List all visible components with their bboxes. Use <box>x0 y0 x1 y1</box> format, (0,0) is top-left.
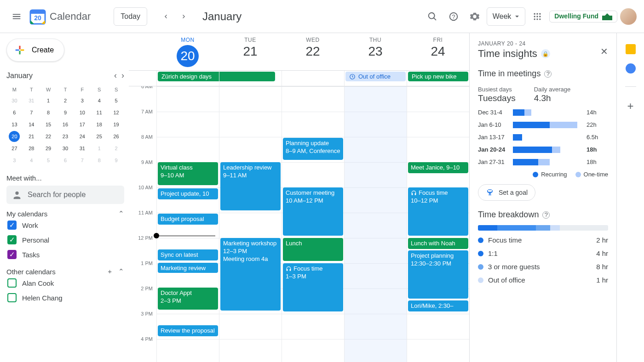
day-col-fri[interactable]: Meet Janice, 9–10 Focus time10–12 PM Lun… <box>407 86 469 362</box>
mini-next-icon[interactable]: › <box>121 71 124 80</box>
event[interactable]: Focus time10–12 PM <box>408 187 468 236</box>
mini-day[interactable]: 2 <box>108 143 124 154</box>
event[interactable]: Virtual class9–10 AM <box>158 162 218 185</box>
tasks-icon[interactable] <box>626 63 636 74</box>
mini-day[interactable]: 7 <box>74 155 90 166</box>
event[interactable]: Doctor Appt2–3 PM <box>158 288 218 310</box>
day-col-tue[interactable]: Leadership review9–11 AM Marketing works… <box>219 86 282 362</box>
mini-day[interactable]: 22 <box>40 131 57 142</box>
calendar-item[interactable]: Helen Chang <box>6 290 124 305</box>
mini-day[interactable]: 9 <box>108 155 124 166</box>
mini-day[interactable]: 24 <box>74 131 90 142</box>
calendar-item[interactable]: ✓Work <box>6 218 124 232</box>
event[interactable]: Focus time1–3 PM <box>283 263 343 311</box>
settings-icon[interactable] <box>466 7 484 26</box>
add-calendar-icon[interactable]: + <box>108 267 112 276</box>
mini-day[interactable]: 31 <box>74 143 90 154</box>
mini-day[interactable]: 8 <box>91 155 107 166</box>
create-button[interactable]: Create <box>6 39 64 62</box>
mini-day[interactable]: 16 <box>58 119 74 130</box>
mini-day[interactable]: 2 <box>58 95 74 106</box>
mini-day[interactable]: 1 <box>91 143 107 154</box>
mini-day[interactable]: 1 <box>40 95 57 106</box>
info-icon[interactable]: ? <box>542 211 550 219</box>
day-col-thu[interactable] <box>344 86 407 362</box>
mini-day[interactable]: 4 <box>23 155 40 166</box>
mini-day[interactable]: 18 <box>91 119 107 130</box>
event[interactable]: Marketing workshop12–3 PMMeeting room 4a <box>220 238 281 311</box>
event[interactable]: Budget proposal <box>158 214 218 225</box>
event[interactable]: Project planning12:30–2:30 PM <box>408 250 468 299</box>
event[interactable]: Sync on latest designs <box>158 249 218 260</box>
calendar-item[interactable]: ✓Personal <box>6 232 124 247</box>
event[interactable]: Project update, 10 <box>158 188 218 199</box>
mini-day[interactable]: 3 <box>6 155 23 166</box>
mini-day[interactable]: 5 <box>40 155 57 166</box>
event[interactable]: Marketing review <box>158 263 218 273</box>
calendar-item[interactable]: Alan Cook <box>6 276 124 290</box>
mini-day[interactable]: 30 <box>58 143 74 154</box>
set-goal-button[interactable]: Set a goal <box>478 184 535 201</box>
calendar-item[interactable]: ✓Tasks <box>6 247 124 262</box>
next-icon[interactable] <box>175 7 193 26</box>
day-header[interactable]: TUE21 <box>219 33 282 70</box>
event[interactable]: Lori/Mike, 2:30– <box>408 300 468 311</box>
apps-icon[interactable] <box>528 7 546 26</box>
mini-day[interactable]: 25 <box>91 131 107 142</box>
day-header[interactable]: WED22 <box>282 33 344 70</box>
prev-icon[interactable] <box>156 7 175 26</box>
allday-event[interactable]: Pick up new bike <box>408 72 468 81</box>
mini-day[interactable]: 21 <box>23 131 40 142</box>
search-icon[interactable] <box>423 7 442 26</box>
mini-calendar[interactable]: MTWTFSS303112345678910111213141516171819… <box>6 85 124 166</box>
mini-day[interactable]: 30 <box>6 95 23 106</box>
day-header[interactable]: MON20 <box>156 33 219 70</box>
event[interactable]: Lunch <box>283 238 343 261</box>
mini-day[interactable]: 26 <box>108 131 124 142</box>
mini-day[interactable]: 5 <box>108 95 124 106</box>
event[interactable]: Customer meeting10 AM–12 PM <box>283 187 343 236</box>
add-icon[interactable]: + <box>627 100 633 113</box>
mini-day[interactable]: 27 <box>6 143 23 154</box>
event[interactable]: Leadership review9–11 AM <box>220 162 281 210</box>
keep-icon[interactable] <box>626 44 636 54</box>
mini-day[interactable]: 28 <box>23 143 40 154</box>
mini-day[interactable]: 12 <box>108 107 124 118</box>
mini-day[interactable]: 29 <box>40 143 57 154</box>
mini-day[interactable]: 9 <box>58 107 74 118</box>
mini-day[interactable]: 10 <box>74 107 90 118</box>
day-header[interactable]: THU23 <box>344 33 407 70</box>
event[interactable]: Planning update8–9 AM, Conference <box>283 138 343 160</box>
mini-day[interactable]: 13 <box>6 119 23 130</box>
mini-day[interactable]: 20 <box>9 131 20 142</box>
menu-icon[interactable] <box>7 7 26 26</box>
day-header[interactable]: FRI24 <box>407 33 469 70</box>
mini-day[interactable]: 17 <box>74 119 90 130</box>
info-icon[interactable]: ? <box>544 70 552 78</box>
collapse-icon[interactable]: ⌃ <box>118 267 124 276</box>
view-select[interactable]: Week <box>487 7 526 26</box>
mini-day[interactable]: 7 <box>23 107 40 118</box>
mini-day[interactable]: 23 <box>58 131 74 142</box>
collapse-icon[interactable]: ⌃ <box>118 209 124 218</box>
mini-day[interactable]: 11 <box>91 107 107 118</box>
day-col-wed[interactable]: Planning update8–9 AM, Conference Custom… <box>282 86 344 362</box>
today-button[interactable]: Today <box>114 7 147 26</box>
mini-prev-icon[interactable]: ‹ <box>114 71 117 80</box>
mini-day[interactable]: 14 <box>23 119 40 130</box>
event[interactable]: Review the proposal <box>158 325 218 336</box>
help-icon[interactable]: ? <box>444 7 463 26</box>
mini-day[interactable]: 6 <box>6 107 23 118</box>
mini-day[interactable]: 15 <box>40 119 57 130</box>
mini-day[interactable]: 8 <box>40 107 57 118</box>
mini-day[interactable]: 6 <box>58 155 74 166</box>
mini-day[interactable]: 3 <box>74 95 90 106</box>
search-people-input[interactable]: Search for people <box>6 186 124 204</box>
ooo-chip[interactable]: Out of office <box>345 72 406 81</box>
mini-day[interactable]: 4 <box>91 95 107 106</box>
event[interactable]: Meet Janice, 9–10 <box>408 162 468 173</box>
day-col-mon[interactable]: Virtual class9–10 AM Project update, 10 … <box>156 86 219 362</box>
event[interactable]: Lunch with Noah <box>408 238 468 249</box>
mini-day[interactable]: 19 <box>108 119 124 130</box>
mini-day[interactable]: 31 <box>23 95 40 106</box>
